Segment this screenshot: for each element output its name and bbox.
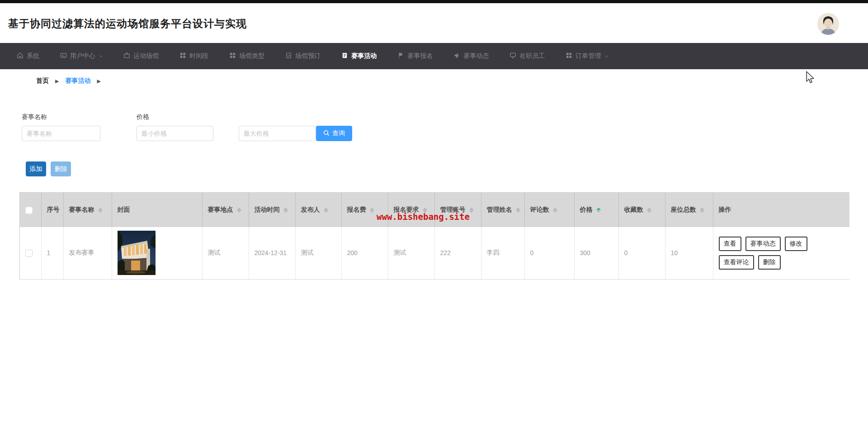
nav-item-venue-types[interactable]: 场馆类型: [219, 43, 275, 69]
col-publisher[interactable]: 发布人: [295, 193, 341, 227]
select-all-checkbox[interactable]: [25, 207, 33, 214]
sort-icon[interactable]: [283, 208, 288, 213]
table-header-row: 序号 赛事名称 封面 赛事地点 活动时间 发布人 报名费 报名要求 管理账号 管…: [20, 193, 849, 227]
cell-price: 300: [574, 227, 618, 279]
nav-item-orders[interactable]: 订单管理 ∨: [555, 43, 618, 69]
col-location[interactable]: 赛事地点: [202, 193, 249, 227]
events-table: 序号 赛事名称 封面 赛事地点 活动时间 发布人 报名费 报名要求 管理账号 管…: [19, 192, 849, 280]
main-navbar: 系统 用户中心 ∨ 运动场馆 时间段 场馆类型 场馆预订: [0, 43, 868, 69]
row-delete-button[interactable]: 删除: [758, 255, 781, 270]
col-comments[interactable]: 评论数: [524, 193, 574, 227]
cell-comments: 0: [524, 227, 574, 279]
sort-icon[interactable]: [516, 208, 520, 213]
cell-actions: 查看 赛事动态 修改 查看评论 删除: [713, 227, 849, 279]
clipboard-check-icon: [285, 52, 292, 60]
home-icon: [17, 52, 24, 60]
col-fee[interactable]: 报名费: [341, 193, 388, 227]
col-seats[interactable]: 座位总数: [665, 193, 713, 227]
view-comments-button[interactable]: 查看评论: [719, 255, 754, 270]
breadcrumb-arrow-icon: ▶: [97, 78, 100, 84]
cell-fee: 200: [341, 227, 388, 279]
col-requirement[interactable]: 报名要求: [388, 193, 434, 227]
cell-time: 2024-12-31: [249, 227, 295, 279]
page-title: 基于协同过滤算法的运动场馆服务平台设计与实现: [8, 17, 247, 31]
event-name-input[interactable]: [22, 126, 100, 141]
monitor-icon: [509, 52, 516, 60]
sort-icon[interactable]: [98, 208, 103, 213]
col-admin-account[interactable]: 管理账号: [434, 193, 481, 227]
avatar-illustration: [817, 13, 839, 35]
col-admin-name[interactable]: 管理姓名: [481, 193, 524, 227]
col-price[interactable]: 价格: [574, 193, 618, 227]
delete-button[interactable]: 删除: [51, 161, 71, 176]
price-label: 价格: [137, 113, 149, 121]
add-button[interactable]: 添加: [26, 161, 46, 176]
edit-button[interactable]: 修改: [785, 237, 807, 251]
nav-item-event-signup[interactable]: 赛事报名: [387, 43, 443, 69]
nav-item-staff[interactable]: 在职员工: [499, 43, 555, 69]
event-news-button[interactable]: 赛事动态: [745, 237, 781, 251]
sort-icon[interactable]: [370, 208, 374, 213]
breadcrumb-current[interactable]: 赛事活动: [65, 77, 90, 85]
avatar[interactable]: [817, 13, 839, 35]
nav-item-venues[interactable]: 运动场馆: [113, 43, 169, 69]
breadcrumb: 首页 ▶ 赛事活动 ▶: [36, 77, 101, 85]
sort-icon[interactable]: [237, 208, 241, 213]
breadcrumb-arrow-icon: ▶: [55, 78, 59, 84]
col-index: 序号: [41, 193, 63, 227]
sort-icon[interactable]: [469, 208, 474, 213]
cell-admin-name: 李四: [481, 227, 524, 279]
table-row: 1 发布赛事: [20, 227, 849, 279]
grid-icon: [566, 52, 572, 60]
sort-icon[interactable]: [324, 208, 328, 213]
cell-admin-account: 222: [434, 227, 481, 279]
nav-item-events[interactable]: 赛事活动: [331, 43, 387, 69]
col-cover: 封面: [112, 193, 202, 227]
row-checkbox[interactable]: [25, 250, 33, 257]
nav-item-system[interactable]: 系统: [6, 43, 50, 69]
sort-icon[interactable]: [700, 208, 704, 213]
col-event-name[interactable]: 赛事名称: [63, 193, 112, 227]
clipboard-doc-icon: [341, 52, 348, 60]
search-icon: [323, 130, 330, 138]
chevron-down-icon: ∨: [99, 54, 103, 58]
nav-item-timeslots[interactable]: 时间段: [169, 43, 219, 69]
query-button[interactable]: 查询: [316, 126, 352, 141]
view-button[interactable]: 查看: [719, 237, 741, 251]
flag-icon: [397, 52, 404, 60]
cover-image[interactable]: [118, 231, 156, 275]
breadcrumb-home[interactable]: 首页: [36, 77, 49, 85]
col-time[interactable]: 活动时间: [249, 193, 295, 227]
top-strip: [0, 0, 868, 3]
cell-favorites: 0: [618, 227, 665, 279]
cell-cover: [112, 227, 202, 279]
nav-item-event-news[interactable]: 赛事动态: [443, 43, 499, 69]
id-card-icon: [60, 52, 67, 60]
megaphone-icon: [453, 52, 460, 60]
col-favorites[interactable]: 收藏数: [618, 193, 665, 227]
cell-requirement: 测试: [388, 227, 434, 279]
nav-item-venue-booking[interactable]: 场馆预订: [275, 43, 331, 69]
sort-asc-icon[interactable]: [596, 208, 601, 213]
sort-icon[interactable]: [423, 208, 427, 213]
grid-icon: [179, 52, 186, 60]
event-name-label: 赛事名称: [22, 113, 47, 121]
mouse-cursor: [805, 71, 815, 86]
chevron-down-icon: ∨: [605, 54, 608, 58]
sort-icon[interactable]: [647, 208, 651, 213]
sort-icon[interactable]: [553, 208, 557, 213]
briefcase-icon: [123, 52, 130, 60]
nav-item-user-center[interactable]: 用户中心 ∨: [50, 43, 113, 69]
min-price-input[interactable]: [137, 126, 213, 141]
app-header: 基于协同过滤算法的运动场馆服务平台设计与实现: [0, 3, 868, 43]
cell-publisher: 测试: [295, 227, 341, 279]
max-price-input[interactable]: [239, 126, 316, 141]
cell-location: 测试: [202, 227, 249, 279]
cell-seats: 10: [665, 227, 713, 279]
cell-index: 1: [41, 227, 63, 279]
grid-icon: [229, 52, 236, 60]
cell-event-name: 发布赛事: [63, 227, 112, 279]
col-actions: 操作: [713, 193, 849, 227]
